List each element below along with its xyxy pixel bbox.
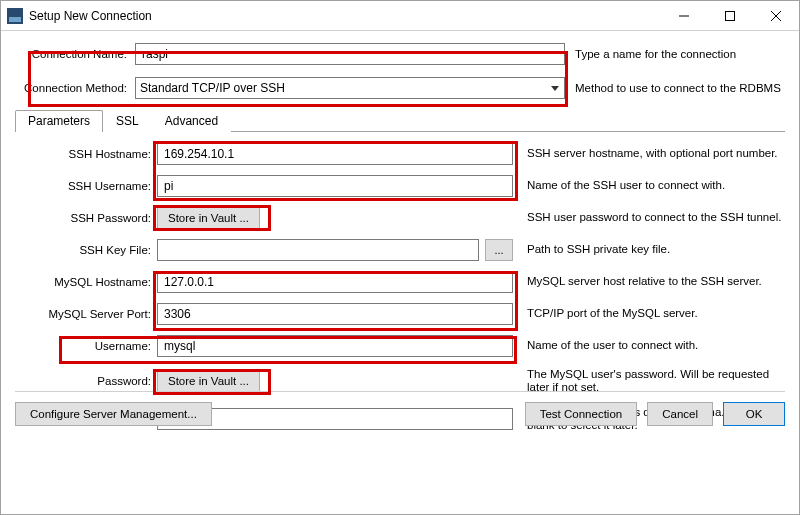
username-input[interactable]: [157, 335, 513, 357]
tab-parameters[interactable]: Parameters: [15, 110, 103, 132]
row-ssh-hostname: SSH Hostname: SSH server hostname, with …: [35, 142, 785, 166]
window-controls: [661, 1, 799, 31]
mysql-port-label: MySQL Server Port:: [35, 308, 157, 320]
ssh-username-input[interactable]: [157, 175, 513, 197]
close-button[interactable]: [753, 1, 799, 31]
ssh-hostname-input[interactable]: [157, 143, 513, 165]
cancel-button[interactable]: Cancel: [647, 402, 713, 426]
footer: Configure Server Management... Test Conn…: [15, 391, 785, 426]
svg-rect-1: [9, 17, 21, 22]
ssh-keyfile-desc: Path to SSH private key file.: [513, 243, 785, 257]
ok-button[interactable]: OK: [723, 402, 785, 426]
row-ssh-password: SSH Password: Store in Vault ... SSH use…: [35, 206, 785, 230]
app-icon: [7, 8, 23, 24]
window-title: Setup New Connection: [29, 9, 661, 23]
tab-bar: Parameters SSL Advanced: [15, 109, 785, 132]
row-mysql-port: MySQL Server Port: TCP/IP port of the My…: [35, 302, 785, 326]
ssh-keyfile-label: SSH Key File:: [35, 244, 157, 256]
connection-name-label: Connection Name:: [15, 48, 135, 60]
row-ssh-username: SSH Username: Name of the SSH user to co…: [35, 174, 785, 198]
mysql-port-input[interactable]: [157, 303, 513, 325]
row-connection-name: Connection Name: Type a name for the con…: [15, 41, 785, 67]
ssh-keyfile-browse-button[interactable]: ...: [485, 239, 513, 261]
ssh-password-vault-button[interactable]: Store in Vault ...: [157, 207, 260, 229]
tabs: Parameters SSL Advanced SSH Hostname: SS…: [15, 109, 785, 434]
connection-method-label: Connection Method:: [15, 82, 135, 94]
tab-ssl[interactable]: SSL: [103, 110, 152, 132]
username-desc: Name of the user to connect with.: [513, 339, 785, 353]
ssh-password-label: SSH Password:: [35, 212, 157, 224]
tab-body-parameters: SSH Hostname: SSH server hostname, with …: [15, 132, 785, 434]
password-vault-button[interactable]: Store in Vault ...: [157, 370, 260, 392]
ssh-hostname-desc: SSH server hostname, with optional port …: [513, 147, 785, 161]
row-ssh-keyfile: SSH Key File: ... Path to SSH private ke…: [35, 238, 785, 262]
connection-method-desc: Method to use to connect to the RDBMS: [565, 82, 781, 94]
connection-name-desc: Type a name for the connection: [565, 48, 736, 60]
ssh-password-desc: SSH user password to connect to the SSH …: [513, 211, 785, 225]
ssh-hostname-label: SSH Hostname:: [35, 148, 157, 160]
configure-server-management-button[interactable]: Configure Server Management...: [15, 402, 212, 426]
client-area: Connection Name: Type a name for the con…: [1, 31, 799, 434]
tab-advanced[interactable]: Advanced: [152, 110, 231, 132]
minimize-button[interactable]: [661, 1, 707, 31]
connection-name-input[interactable]: [135, 43, 565, 65]
mysql-hostname-input[interactable]: [157, 271, 513, 293]
mysql-hostname-desc: MySQL server host relative to the SSH se…: [513, 275, 785, 289]
connection-method-select[interactable]: Standard TCP/IP over SSH: [135, 77, 565, 99]
test-connection-button[interactable]: Test Connection: [525, 402, 637, 426]
password-label: Password:: [35, 375, 157, 387]
window: Setup New Connection Connection Name: Ty…: [0, 0, 800, 515]
row-connection-method: Connection Method: Standard TCP/IP over …: [15, 75, 785, 101]
mysql-port-desc: TCP/IP port of the MySQL server.: [513, 307, 785, 321]
ssh-keyfile-input[interactable]: [157, 239, 479, 261]
username-label: Username:: [35, 340, 157, 352]
row-mysql-hostname: MySQL Hostname: MySQL server host relati…: [35, 270, 785, 294]
title-bar: Setup New Connection: [1, 1, 799, 31]
row-username: Username: Name of the user to connect wi…: [35, 334, 785, 358]
ssh-username-desc: Name of the SSH user to connect with.: [513, 179, 785, 193]
ssh-username-label: SSH Username:: [35, 180, 157, 192]
mysql-hostname-label: MySQL Hostname:: [35, 276, 157, 288]
svg-rect-3: [726, 11, 735, 20]
maximize-button[interactable]: [707, 1, 753, 31]
